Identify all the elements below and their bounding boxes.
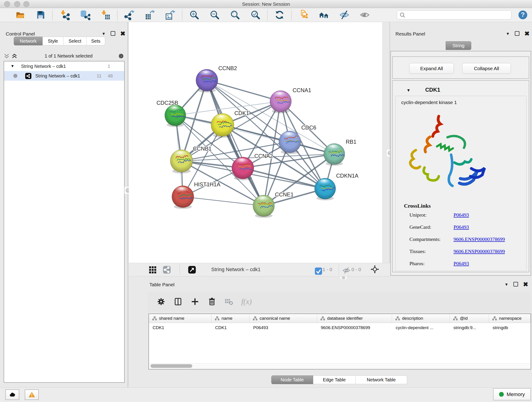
collapse-all-button[interactable]: Collapse All	[462, 63, 511, 74]
import-network-from-file-icon[interactable]	[59, 10, 70, 20]
column-header-name[interactable]: name	[211, 314, 249, 323]
memory-button[interactable]: Memory	[493, 388, 531, 400]
column-header-at-id[interactable]: @id	[450, 314, 489, 323]
collapse-all-networks-icon[interactable]	[4, 53, 10, 58]
results-panel-collapse-arrow-icon[interactable]: ▼	[506, 32, 510, 36]
tab-node-table[interactable]: Node Table	[271, 375, 313, 384]
node-CDKN1A[interactable]: CDKN1A	[315, 172, 358, 200]
tab-edge-table[interactable]: Edge Table	[313, 375, 355, 384]
zoom-out-icon[interactable]	[209, 10, 220, 20]
memory-status-dot	[499, 392, 504, 397]
attribute-type-icon	[492, 316, 497, 321]
tab-string[interactable]: String	[446, 41, 471, 50]
crosslink-link[interactable]: 9606.ENSP00000378699	[454, 236, 505, 242]
crosslink-link[interactable]: P06493	[454, 224, 469, 230]
network-tree: ▼ String Network – cdk1 1 String Network…	[4, 61, 125, 383]
cloud-button[interactable]	[5, 389, 19, 400]
selected-checkbox-icon[interactable]	[314, 267, 320, 273]
column-header-canonical-name[interactable]: canonical name	[249, 314, 317, 323]
network-view-icon[interactable]	[163, 266, 171, 274]
tab-network[interactable]: Network	[14, 37, 43, 45]
open-in-new-window-icon[interactable]	[188, 266, 196, 274]
crosslink-link[interactable]: 9606.ENSP00000378699	[454, 249, 505, 254]
duplicate-network-icon[interactable]	[298, 10, 309, 20]
control-panel: Control Panel ▼ ✖ NetworkStyleSelectSets…	[0, 22, 128, 387]
crosslink-row-pharos: Pharos: P06493	[409, 261, 532, 267]
control-panel-float-icon[interactable]	[111, 31, 115, 36]
node-label-CDC6: CDC6	[301, 124, 316, 131]
birdseye-grid-icon[interactable]	[148, 266, 157, 274]
results-panel-close-icon[interactable]: ✖	[525, 32, 530, 36]
network-node-count: 11	[97, 73, 101, 79]
node-CCNA1[interactable]: CCNA1	[270, 87, 311, 113]
network-canvas[interactable]: CCNB2 CCNA1 CDC25B CDK1	[129, 22, 382, 263]
delete-table-icon[interactable]	[224, 297, 234, 306]
protein-structure-image	[403, 110, 499, 201]
expand-all-button[interactable]: Expand All	[409, 63, 454, 74]
hidden-eye-icon[interactable]	[342, 266, 349, 273]
network-options-gear-icon[interactable]	[118, 53, 124, 59]
control-panel-close-icon[interactable]: ✖	[120, 32, 126, 36]
import-network-from-database-icon[interactable]	[80, 10, 90, 20]
tree-row-collection[interactable]: ▼ String Network – cdk1 1	[4, 61, 124, 71]
node-CDC6[interactable]: CDC6	[279, 124, 316, 154]
entry-collapse-arrow[interactable]: ▼	[406, 88, 411, 93]
import-table-from-file-icon[interactable]	[100, 10, 111, 20]
main-toolbar: ?	[0, 8, 532, 22]
help-icon[interactable]: ?	[518, 10, 528, 20]
add-column-icon[interactable]	[190, 297, 200, 306]
network-edge-count: 48	[108, 73, 113, 79]
table-cell: stringdb:9...	[450, 323, 489, 332]
move-crosshair-icon[interactable]	[371, 265, 380, 274]
crosslink-link[interactable]: P06493	[454, 261, 469, 266]
function-builder-button[interactable]: f(x)	[241, 298, 252, 306]
open-session-icon[interactable]	[15, 10, 25, 20]
protein-symbol: CDK1	[425, 87, 440, 93]
table-panel-float-icon[interactable]	[513, 282, 518, 287]
node-CDC25B[interactable]: CDC25B	[157, 100, 186, 127]
node-RB1[interactable]: RB1	[324, 139, 356, 166]
edge-CCNA2-CDKN1A[interactable]	[243, 168, 325, 189]
table-panel-close-icon[interactable]: ✖	[523, 282, 528, 287]
export-table-icon[interactable]	[144, 10, 155, 20]
search-input[interactable]	[405, 12, 511, 18]
table-panel-collapse-arrow-icon[interactable]: ▼	[505, 283, 508, 287]
node-HIST1H1A[interactable]: HIST1H1A	[172, 181, 220, 209]
delete-column-icon[interactable]	[207, 297, 216, 306]
results-panel-float-icon[interactable]	[515, 31, 519, 36]
tree-row-network[interactable]: String Network – cdk1 11 48	[4, 71, 124, 81]
tab-sets[interactable]: Sets	[87, 37, 105, 45]
tab-style[interactable]: Style	[43, 37, 63, 45]
save-session-icon[interactable]	[35, 10, 46, 20]
table-row[interactable]: CDK1CDK1P064939606.ENSP00000378699cyclin…	[149, 323, 531, 332]
crosslink-link[interactable]: P06493	[454, 212, 469, 218]
search-box[interactable]	[397, 10, 511, 19]
edge-CCNE1-HIST1H1A[interactable]	[183, 197, 264, 206]
table-horizontal-scrollbar[interactable]	[149, 363, 531, 369]
zoom-in-icon[interactable]	[189, 10, 200, 20]
column-header-namespace[interactable]: namespace	[489, 314, 531, 323]
fit-content-icon[interactable]	[230, 10, 240, 20]
first-neighbors-icon[interactable]	[318, 10, 329, 20]
memory-label: Memory	[507, 391, 525, 397]
split-columns-icon[interactable]	[173, 297, 183, 306]
attribute-type-icon	[320, 316, 325, 321]
tree-expand-arrow[interactable]: ▼	[11, 64, 14, 69]
tab-select[interactable]: Select	[63, 37, 87, 45]
hide-selected-icon[interactable]	[339, 10, 350, 20]
tab-network-table[interactable]: Network Table	[355, 375, 407, 384]
show-graphics-details-icon[interactable]	[359, 10, 370, 20]
column-header-description[interactable]: description	[392, 314, 450, 323]
expand-all-networks-icon[interactable]	[12, 53, 17, 58]
refresh-view-icon[interactable]	[274, 10, 285, 20]
control-panel-collapse-arrow-icon[interactable]: ▼	[102, 32, 106, 36]
column-header-shared-name[interactable]: shared name	[149, 314, 211, 323]
attribute-type-icon	[395, 316, 400, 321]
scrollbar-thumb[interactable]	[151, 364, 192, 368]
table-settings-gear-icon[interactable]	[157, 297, 166, 306]
warning-button[interactable]	[25, 389, 39, 400]
column-header-database-identifier[interactable]: database identifier	[317, 314, 392, 323]
zoom-selected-icon[interactable]	[250, 10, 261, 20]
export-network-icon[interactable]	[124, 10, 135, 20]
export-image-icon[interactable]	[165, 10, 176, 20]
